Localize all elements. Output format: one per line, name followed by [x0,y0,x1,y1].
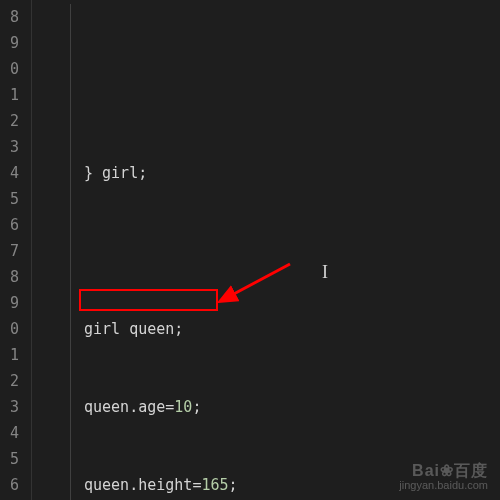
line-number: 9 [4,290,19,316]
line-number: 8 [4,4,19,30]
fold-guide [70,4,71,500]
line-number: 4 [4,160,19,186]
code-line[interactable]: } girl; [36,160,500,186]
line-number: 3 [4,134,19,160]
line-number-gutter: 8 9 0 1 2 3 4 5 6 7 8 9 0 1 2 3 4 5 6 [0,0,32,500]
line-number: 5 [4,446,19,472]
line-number: 3 [4,394,19,420]
watermark-logo: Bai❀百度 [399,464,488,478]
code-editor[interactable]: 8 9 0 1 2 3 4 5 6 7 8 9 0 1 2 3 4 5 6 } … [0,0,500,500]
line-number: 6 [4,472,19,498]
line-number: 7 [4,238,19,264]
line-number: 1 [4,82,19,108]
line-number: 6 [4,212,19,238]
code-line[interactable]: girl queen; [36,316,500,342]
watermark-sub: jingyan.baidu.com [399,478,488,492]
code-area[interactable]: } girl; girl queen; queen.age=10; queen.… [32,0,500,500]
line-number: 1 [4,342,19,368]
line-number: 0 [4,56,19,82]
line-number: 5 [4,186,19,212]
line-number: 2 [4,368,19,394]
code-line[interactable] [36,82,500,108]
line-number: 2 [4,108,19,134]
line-number: 4 [4,420,19,446]
line-number: 8 [4,264,19,290]
line-number: 0 [4,316,19,342]
code-line[interactable] [36,238,500,264]
code-line[interactable]: queen.age=10; [36,394,500,420]
line-number: 9 [4,30,19,56]
text-cursor-icon: I [322,262,328,283]
watermark: Bai❀百度 jingyan.baidu.com [399,464,488,492]
